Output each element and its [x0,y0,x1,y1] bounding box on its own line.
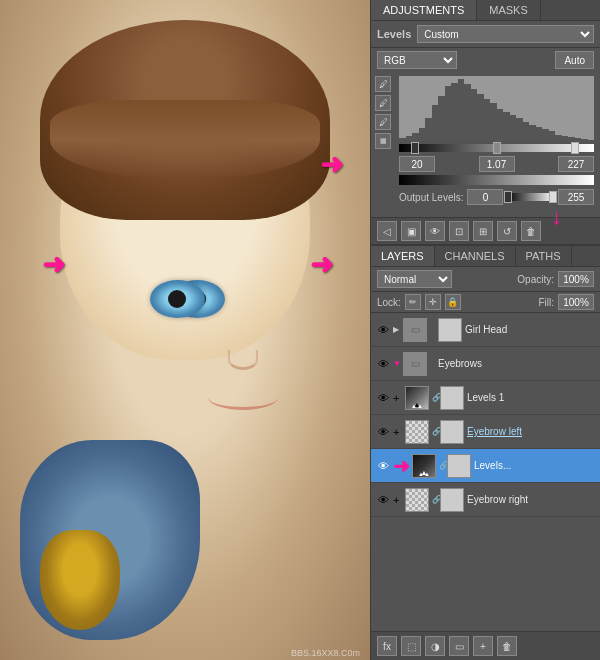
expand-arrow-1[interactable]: ▶ [393,325,403,334]
layer-item-levels1[interactable]: 👁 + ▲▲ 🔗 Levels 1 [371,381,600,415]
visibility-eye-4[interactable]: 👁 [375,424,391,440]
add-mask-icon[interactable]: ⬚ [401,636,421,656]
output-black-handle[interactable] [504,191,512,203]
opacity-input[interactable] [558,271,594,287]
adjustments-panel: ADJUSTMENTS MASKS Levels Custom RGB Auto… [371,0,600,246]
mid-slider-handle[interactable] [493,142,501,154]
hair-bangs [50,100,320,180]
layer-item-levels-selected[interactable]: 👁 ➜ ▲▲ 🔗 Levels... [371,449,600,483]
gradient-bar [399,175,594,185]
expand-icon[interactable]: ▣ [401,221,421,241]
mid-level-input[interactable] [479,156,515,172]
min-level-input[interactable] [399,156,435,172]
blend-mode-select[interactable]: Normal [377,270,452,288]
camera-icon[interactable]: ⊡ [449,221,469,241]
layer-name-4: Eyebrow left [467,426,596,437]
layer-thumb-2: ▭ [403,352,427,376]
gray-point-eyedropper[interactable]: 🖊 [375,95,391,111]
visibility-eye-1[interactable]: 👁 [375,322,391,338]
visibility-eye-3[interactable]: 👁 [375,390,391,406]
chain-icon[interactable]: ⊞ [473,221,493,241]
input-slider[interactable] [399,141,594,155]
tab-layers[interactable]: LAYERS [371,246,435,266]
panel-tab-bar: ADJUSTMENTS MASKS [371,0,600,21]
indent-6: + [393,494,405,506]
nose [228,350,258,370]
layer-name-1: Girl Head [465,324,596,335]
layer-mask-5 [447,454,471,478]
layer-item-eyebrow-right[interactable]: 👁 + 🔗 Eyebrow right [371,483,600,517]
tab-adjustments[interactable]: ADJUSTMENTS [371,0,477,20]
lock-position-icon[interactable]: ✛ [425,294,441,310]
layer-thumb-1: ▭ [403,318,427,342]
expand-arrow-2[interactable]: ▼ [393,359,403,368]
group-layer-icon[interactable]: ▭ [449,636,469,656]
layer-item-eyebrow-left[interactable]: 👁 + 🔗 Eyebrow left [371,415,600,449]
tab-masks[interactable]: MASKS [477,0,541,20]
layers-list: 👁 ▶ ▭ Girl Head 👁 ▼ ▭ Eyebrows 👁 + [371,313,600,631]
tab-channels[interactable]: CHANNELS [435,246,516,266]
layer-item-eyebrows[interactable]: 👁 ▼ ▭ Eyebrows [371,347,600,381]
arrow-indicator-left: ➜ [42,248,65,281]
auto-button[interactable]: Auto [555,51,594,69]
visibility-eye-6[interactable]: 👁 [375,492,391,508]
output-levels-row: Output Levels: [399,187,594,207]
mouth [208,385,278,410]
arrow-indicator-right: ➜ [310,248,333,281]
channel-row: RGB Auto [371,48,600,72]
pupil-right [168,290,186,308]
opacity-label: Opacity: [517,274,554,285]
levels-title: Levels [377,28,411,40]
visibility-eye-2[interactable]: 👁 [375,356,391,372]
tab-paths[interactable]: PATHS [516,246,572,266]
indent-3: + [393,392,405,404]
layer-mask-3 [440,386,464,410]
layer-name-3: Levels 1 [467,392,596,403]
fill-input[interactable] [558,294,594,310]
layer-mask-1 [438,318,462,342]
lock-pixels-icon[interactable]: ✏ [405,294,421,310]
indent-4: + [393,426,405,438]
layers-tab-bar: LAYERS CHANNELS PATHS [371,246,600,267]
output-label: Output Levels: [399,192,463,203]
lock-row: Lock: ✏ ✛ 🔒 Fill: [371,292,600,313]
layer-thumb-5: ▲▲ [412,454,436,478]
channel-select[interactable]: RGB [377,51,457,69]
sample-icon[interactable]: ▦ [375,133,391,149]
bird-yellow [40,530,120,630]
output-white-handle[interactable] [549,191,557,203]
histogram-display [399,76,594,141]
black-slider-handle[interactable] [411,142,419,154]
new-layer-icon[interactable]: + [473,636,493,656]
delete-adj-icon[interactable]: 🗑 [521,221,541,241]
preset-dropdown[interactable]: Custom [417,25,594,43]
eye-visibility-icon[interactable]: 👁 [425,221,445,241]
input-slider-track [399,144,594,152]
layers-blend-row: Normal Opacity: [371,267,600,292]
adjustment-layer-icon[interactable]: ◑ [425,636,445,656]
layer-item-girl-head[interactable]: 👁 ▶ ▭ Girl Head [371,313,600,347]
undo-icon[interactable]: ↺ [497,221,517,241]
delete-layer-icon[interactable]: 🗑 [497,636,517,656]
layer-link-4: 🔗 [432,427,440,436]
black-point-eyedropper[interactable]: 🖊 [375,76,391,92]
layer-name-2: Eyebrows [438,358,596,369]
white-point-eyedropper[interactable]: 🖊 [375,114,391,130]
white-slider-handle[interactable] [571,142,579,154]
output-slider-track [507,193,554,201]
output-slider[interactable] [507,193,554,201]
adjustment-panel-icons: ◁ ▣ 👁 ⊡ ⊞ ↺ 🗑 [371,217,600,245]
levels-header: Levels Custom [371,21,600,48]
max-level-input[interactable] [558,156,594,172]
layer-mask-6 [440,488,464,512]
layer-link-3: 🔗 [432,393,440,402]
visibility-eye-5[interactable]: 👁 [375,458,391,474]
output-max-input[interactable] [558,189,594,205]
eye-right [150,280,205,318]
lock-all-icon[interactable]: 🔒 [445,294,461,310]
layer-style-icon[interactable]: fx [377,636,397,656]
back-icon[interactable]: ◁ [377,221,397,241]
image-canvas[interactable]: ➜ ➜ ➜ BBS.16XX8.C0m [0,0,370,660]
output-min-input[interactable] [467,189,503,205]
layers-bottom-bar: fx ⬚ ◑ ▭ + 🗑 [371,631,600,660]
